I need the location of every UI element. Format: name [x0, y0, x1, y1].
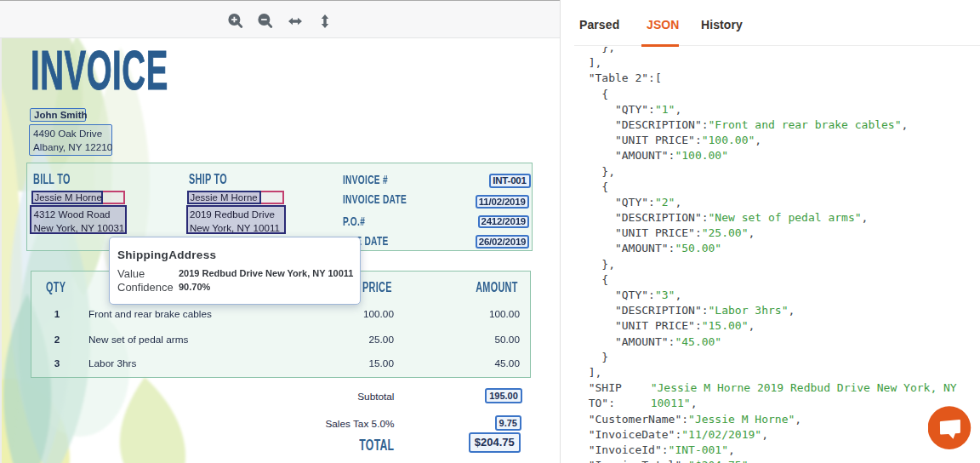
due-date-value: 26/02/2019 — [479, 237, 527, 247]
fit-height-button[interactable] — [316, 13, 333, 30]
item-1-qty: 1 — [51, 308, 63, 320]
tooltip-confidence-label: Confidence — [117, 281, 179, 294]
document-viewer-panel: INVOICE John Smith 4490 Oak Drive Albany… — [0, 0, 560, 463]
shipto-addr-line1: 2019 Redbud Drive — [188, 207, 284, 220]
zoom-in-icon — [227, 13, 244, 30]
results-panel: Parsed JSON History }, ], "Table 2":[ { … — [561, 0, 980, 463]
item-3-amount: 45.00 — [435, 357, 520, 369]
items-header-amount: AMOUNT — [416, 280, 518, 295]
fit-width-icon — [287, 13, 304, 30]
invoice-number-label: INVOICE # — [343, 172, 409, 187]
item-2-qty: 2 — [51, 334, 63, 346]
sales-tax-label: Sales Tax 5.0% — [310, 418, 395, 430]
json-output[interactable]: }, ], "Table 2":[ { "QTY":"1", "DESCRIPT… — [561, 47, 980, 463]
po-number-label: P.O.# — [343, 214, 375, 229]
tooltip-value-row: Value 2019 Redbud Drive New York, NY 100… — [117, 267, 348, 281]
field-box-invoice-id[interactable]: INT-001 — [489, 174, 531, 189]
invoice-title: INVOICE — [31, 43, 168, 98]
field-box-billing-address[interactable]: 4312 Wood Road New York, NY 10031 — [30, 205, 127, 234]
item-3-desc: Labor 3hrs — [88, 357, 136, 369]
total-value: $204.75 — [475, 436, 515, 449]
items-header-qty: QTY — [46, 280, 75, 295]
item-2-amount: 50.00 — [435, 334, 520, 346]
item-2-desc: New set of pedal arms — [88, 334, 188, 346]
item-2-unit: 25.00 — [309, 334, 394, 346]
billto-addr-line1: 4312 Wood Road — [31, 207, 125, 220]
app: INVOICE John Smith 4490 Oak Drive Albany… — [0, 0, 980, 463]
subtotal-value: 195.00 — [489, 391, 518, 401]
invoice-id-value: INT-001 — [493, 175, 527, 186]
item-1-desc: Front and rear brake cables — [88, 308, 212, 320]
field-box-po-number[interactable]: 2412/2019 — [478, 215, 529, 228]
results-tabs: Parsed JSON History — [561, 0, 980, 46]
shipto-name-text: Jessie M Horne — [189, 192, 259, 203]
fit-height-icon — [316, 13, 333, 30]
chat-widget-button[interactable] — [928, 406, 976, 454]
tab-history[interactable]: History — [701, 18, 743, 31]
tab-json[interactable]: JSON — [647, 18, 680, 31]
po-number-value: 2412/2019 — [481, 216, 526, 226]
fit-width-button[interactable] — [287, 13, 304, 30]
zoom-out-button[interactable] — [257, 13, 274, 30]
field-box-shipto-name[interactable]: Jessie M Horne — [187, 191, 261, 204]
field-tooltip: ShippingAddress Value 2019 Redbud Drive … — [109, 237, 361, 305]
billto-addr-line2: New York, NY 10031 — [31, 220, 125, 234]
from-name-text: John Smith — [34, 110, 88, 120]
tooltip-confidence-text: 90.70% — [179, 281, 210, 294]
from-addr-line2: Albany, NY 12210 — [33, 140, 111, 154]
invoice-page: INVOICE John Smith 4490 Oak Drive Albany… — [2, 38, 560, 463]
item-1-amount: 100.00 — [435, 308, 520, 320]
document-canvas[interactable]: INVOICE John Smith 4490 Oak Drive Albany… — [0, 38, 560, 463]
bill-to-label: BILL TO — [33, 172, 88, 187]
field-box-customer-address[interactable]: 4490 Oak Drive Albany, NY 12210 — [29, 124, 112, 156]
zoom-in-button[interactable] — [227, 13, 244, 30]
tooltip-value-label: Value — [117, 267, 179, 281]
tooltip-value-text: 2019 Redbud Drive New York, NY 10011 — [179, 267, 353, 281]
invoice-date-value: 11/02/2019 — [479, 197, 526, 207]
from-addr-line1: 4490 Oak Drive — [33, 127, 111, 140]
tab-parsed[interactable]: Parsed — [579, 18, 619, 31]
tooltip-title: ShippingAddress — [117, 249, 348, 261]
field-box-due-date[interactable]: 26/02/2019 — [476, 235, 529, 249]
item-1-unit: 100.00 — [309, 308, 394, 320]
subtotal-label: Subtotal — [310, 391, 395, 403]
field-box-subtotal[interactable]: 195.00 — [485, 388, 522, 403]
json-code: }, ], "Table 2":[ { "QTY":"1", "DESCRIPT… — [561, 47, 980, 463]
tooltip-confidence-row: Confidence 90.70% — [117, 281, 348, 294]
billto-name-text: Jessie M Horne — [33, 192, 101, 203]
tab-separator — [574, 45, 980, 46]
field-box-total[interactable]: $204.75 — [469, 432, 521, 453]
shipto-addr-line2: New York, NY 10011 — [188, 220, 284, 234]
zoom-out-icon — [257, 13, 274, 30]
field-box-billto-name[interactable]: Jessie M Horne — [31, 191, 103, 204]
ship-to-label: SHIP TO — [189, 172, 245, 187]
invoice-date-label: INVOICE DATE — [343, 191, 436, 207]
total-label: TOTAL — [310, 437, 395, 454]
field-box-customer-name[interactable]: John Smith — [30, 108, 86, 122]
field-box-sales-tax[interactable]: 9.75 — [495, 415, 521, 431]
active-tab-indicator — [641, 44, 679, 47]
item-3-qty: 3 — [51, 357, 63, 369]
viewer-toolbar — [0, 0, 560, 38]
field-box-shipping-address[interactable]: 2019 Redbud Drive New York, NY 10011 — [186, 205, 286, 234]
item-3-unit: 15.00 — [309, 357, 394, 369]
field-box-invoice-date[interactable]: 11/02/2019 — [476, 195, 529, 209]
sales-tax-value: 9.75 — [499, 418, 517, 428]
